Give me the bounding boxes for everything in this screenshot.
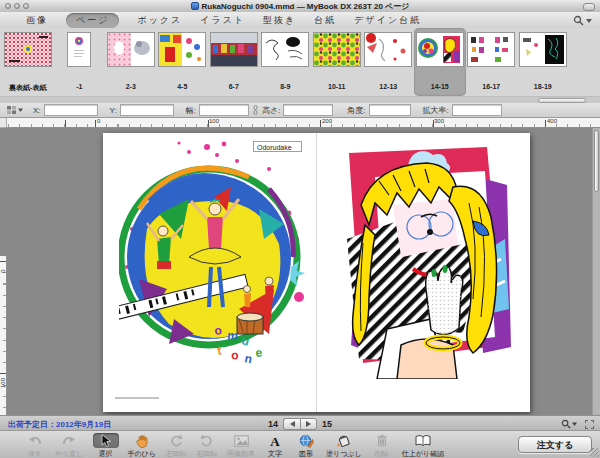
document-icon: [191, 2, 199, 10]
current-left-page-number: 14: [268, 419, 278, 429]
svg-text:A: A: [270, 434, 280, 447]
tool-shapes[interactable]: 図形: [295, 433, 317, 458]
thumbnail-page-2-3[interactable]: 2-3: [105, 28, 157, 96]
thumbnail-label: 16-17: [482, 83, 500, 90]
link-dimensions-icon[interactable]: [253, 105, 258, 115]
thumbnail-page-16-17[interactable]: 16-17: [466, 28, 518, 96]
scatter-letter: m: [227, 328, 239, 343]
tool-bar: 戻す やり直し 選択 手のひら 左回転: [0, 430, 600, 458]
previous-page-button[interactable]: [283, 418, 300, 430]
thumbnail-page-1[interactable]: -1: [54, 28, 106, 96]
width-label: 幅:: [186, 105, 196, 116]
y-input[interactable]: [120, 104, 174, 116]
window-resize-grip[interactable]: [590, 448, 599, 457]
paint-bucket-icon: [336, 434, 351, 448]
thumbnail-label: 12-13: [379, 83, 397, 90]
tool-select[interactable]: 選択: [93, 433, 119, 458]
chevron-down-icon: [572, 422, 577, 426]
height-label: 高さ:: [262, 105, 280, 116]
tab-illustration[interactable]: イラスト: [200, 14, 245, 27]
tab-design-mount[interactable]: デザイン台紙: [354, 14, 421, 27]
thumbnail-page-12-13[interactable]: 12-13: [363, 28, 415, 96]
fit-to-window-icon[interactable]: [585, 420, 594, 429]
ruler-tick-label: 0: [97, 118, 100, 124]
tool-redo[interactable]: やり直し: [55, 433, 84, 458]
ruler-tick-label: 200: [322, 118, 332, 124]
editing-canvas[interactable]: 0 100 200: [0, 128, 600, 415]
ruler-tick-label: 100: [209, 118, 219, 124]
window-title: RukaNoguchi 0904.mmd — MyBook DX 263T 20…: [0, 1, 600, 12]
thumbnail-page-4-5[interactable]: 4-5: [157, 28, 209, 96]
zoom-menu[interactable]: [561, 419, 577, 429]
alignment-menu[interactable]: [6, 105, 23, 115]
ruler-tick-label: 300: [434, 118, 444, 124]
trash-icon: [376, 434, 388, 447]
thumbnail-page-6-7[interactable]: 6-7: [208, 28, 260, 96]
tool-image-effects[interactable]: 画像効果: [227, 433, 255, 458]
tab-mount[interactable]: 台紙: [314, 14, 336, 27]
page-15[interactable]: [317, 133, 530, 412]
x-input[interactable]: [44, 104, 98, 116]
tool-hand[interactable]: 手のひら: [128, 433, 157, 458]
scatter-letter: n: [243, 351, 253, 366]
left-page-artwork: o m u t o n e: [119, 139, 305, 377]
page-thumbnail-strip: 裏表紙-表紙 -1 2-3: [0, 28, 600, 96]
tab-page[interactable]: ページ: [66, 13, 119, 28]
tool-undo[interactable]: 戻す: [24, 433, 46, 458]
thumb-art-6-7: [211, 33, 257, 66]
scatter-letter: e: [255, 345, 263, 360]
thumbnail-scrollbar[interactable]: [0, 96, 600, 103]
thumbnail-page-10-11[interactable]: 10-11: [311, 28, 363, 96]
arrow-right-icon: [306, 421, 311, 427]
x-label: X:: [33, 106, 41, 115]
thumbnail-page-8-9[interactable]: 8-9: [260, 28, 312, 96]
rotate-right-icon: [200, 434, 214, 447]
mybook-editor-window: RukaNoguchi 0904.mmd — MyBook DX 263T 20…: [0, 0, 600, 458]
canvas-scrollbar-thumb[interactable]: [594, 130, 599, 192]
chevron-down-icon: [18, 108, 23, 112]
next-page-button[interactable]: [300, 418, 317, 430]
right-page-artwork: [335, 147, 515, 379]
thumb-art-14-15: [417, 33, 463, 66]
tool-rotate-left[interactable]: 左回転: [165, 433, 187, 458]
window-title-text: RukaNoguchi 0904.mmd — MyBook DX 263T 20…: [202, 2, 410, 11]
angle-input[interactable]: [369, 104, 411, 116]
tool-rotate-right[interactable]: 右回転: [196, 433, 218, 458]
tool-delete[interactable]: 削除: [371, 433, 393, 458]
tab-image[interactable]: 画像: [26, 14, 48, 27]
canvas-scrollbar[interactable]: [592, 128, 600, 415]
tool-text[interactable]: A 文字: [264, 433, 286, 458]
properties-bar: X: Y: 幅: 高さ: 角度: 拡大率:: [0, 103, 600, 118]
thumbnail-page-18-19[interactable]: 18-19: [517, 28, 569, 96]
thumbnail-page-14-15[interactable]: 14-15: [414, 28, 466, 96]
image-effect-icon: [234, 435, 249, 447]
page-spread[interactable]: o m u t o n e Odorudake: [103, 133, 530, 412]
status-bar: 出荷予定日：2012年9月19日 14 15: [0, 415, 600, 430]
mode-tab-bar: 画像 ページ ボックス イラスト 型抜き 台紙 デザイン台紙: [0, 12, 600, 29]
scale-input[interactable]: [452, 104, 502, 116]
tool-fill[interactable]: 塗りつぶし: [326, 433, 362, 458]
redo-icon: [62, 434, 76, 447]
order-button[interactable]: 注文する: [518, 436, 592, 453]
height-input[interactable]: [283, 104, 333, 116]
open-book-icon: [415, 434, 431, 447]
chevron-down-icon: [586, 18, 592, 23]
thumbnail-label: 14-15: [431, 83, 449, 90]
page-14[interactable]: o m u t o n e Odorudake: [103, 133, 316, 412]
cursor-icon: [100, 434, 112, 447]
rotate-left-icon: [169, 434, 183, 447]
thumbnail-label: 10-11: [328, 83, 346, 90]
tab-box[interactable]: ボックス: [137, 14, 182, 27]
thumbnail-cover[interactable]: 裏表紙-表紙: [2, 28, 54, 96]
artwork-title-label[interactable]: Odorudake: [253, 141, 302, 152]
thumb-art-1: [68, 33, 90, 66]
ruler-tick-label: 400: [547, 118, 557, 124]
text-icon: A: [269, 434, 281, 447]
tab-diecut[interactable]: 型抜き: [263, 14, 296, 27]
width-input[interactable]: [199, 104, 249, 116]
tool-preview[interactable]: 仕上がり確認: [402, 433, 444, 458]
toolbar-toggle-icon[interactable]: [583, 3, 595, 11]
thumb-art-2-3: [108, 33, 154, 66]
magnifier-icon: [561, 419, 571, 429]
search-control[interactable]: [573, 15, 592, 26]
